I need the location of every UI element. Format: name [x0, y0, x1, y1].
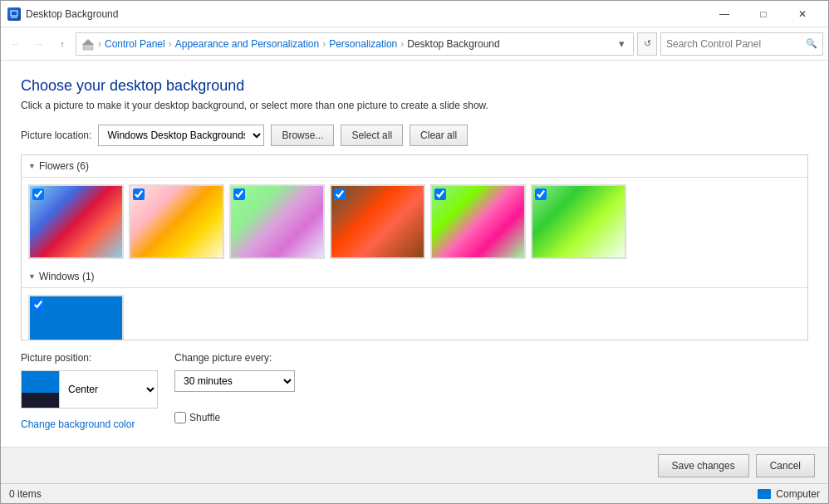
flowers-section-header: ▼ Flowers (6) — [22, 155, 807, 178]
minimize-button[interactable]: — — [705, 1, 743, 27]
main-window: Desktop Background — □ ✕ ← → ↑ › Control… — [0, 0, 829, 504]
windows-section-header: ▼ Windows (1) — [22, 266, 807, 288]
change-background-color-link[interactable]: Change background color — [21, 418, 158, 430]
flower-image-1[interactable] — [28, 184, 124, 259]
flowers-image-grid — [22, 178, 807, 266]
up-button[interactable]: ↑ — [52, 34, 72, 54]
forward-button[interactable]: → — [29, 34, 49, 54]
computer-icon — [758, 489, 771, 499]
windows-image-1[interactable] — [28, 295, 124, 340]
refresh-button[interactable]: ↺ — [637, 32, 657, 56]
items-count: 0 items — [9, 488, 42, 500]
bottom-section: Picture position: Fill Fit Stretch Tile … — [21, 352, 808, 430]
breadcrumb-dropdown-button[interactable]: ▾ — [615, 36, 628, 52]
flower-image-6[interactable] — [531, 184, 626, 259]
svg-rect-0 — [11, 11, 17, 16]
flower-checkbox-6[interactable] — [535, 188, 547, 200]
picture-location-label: Picture location: — [21, 130, 91, 141]
change-interval-select[interactable]: 10 seconds 30 seconds 1 minute 2 minutes… — [174, 370, 295, 392]
computer-label: Computer — [776, 488, 820, 500]
window-title: Desktop Background — [26, 8, 705, 20]
windows-section-title: Windows (1) — [39, 271, 95, 282]
statusbar-right: Computer — [758, 488, 820, 500]
search-icon: 🔍 — [806, 38, 817, 49]
picture-position-label: Picture position: — [21, 352, 158, 364]
close-button[interactable]: ✕ — [783, 1, 822, 27]
flower-checkbox-2[interactable] — [133, 188, 145, 200]
windows-collapse-icon[interactable]: ▼ — [28, 272, 36, 281]
content-area: Choose your desktop background Click a p… — [1, 61, 828, 447]
flower-image-4[interactable] — [330, 184, 425, 259]
address-bar: ← → ↑ › Control Panel › Appearance and P… — [1, 27, 828, 61]
picture-location-select[interactable]: Windows Desktop Backgrounds — [98, 125, 264, 146]
footer: Save changes Cancel — [1, 447, 828, 483]
save-changes-button[interactable]: Save changes — [658, 454, 749, 477]
select-all-button[interactable]: Select all — [341, 125, 403, 146]
maximize-button[interactable]: □ — [744, 1, 782, 27]
picture-location-row: Picture location: Windows Desktop Backgr… — [21, 125, 808, 146]
flower-image-3[interactable] — [229, 184, 325, 259]
breadcrumb-control-panel[interactable]: Control Panel — [105, 38, 165, 50]
breadcrumb-personalization[interactable]: Personalization — [329, 38, 397, 50]
page-subtitle: Click a picture to make it your desktop … — [21, 100, 808, 111]
windows-checkbox-1[interactable] — [32, 299, 44, 311]
picture-position-group: Picture position: Fill Fit Stretch Tile … — [21, 352, 158, 430]
picture-position-control: Fill Fit Stretch Tile Center Span — [21, 370, 158, 409]
search-box: 🔍 — [660, 32, 823, 56]
svg-rect-2 — [83, 44, 93, 50]
shuffle-checkbox[interactable] — [174, 412, 186, 423]
window-controls: — □ ✕ — [705, 1, 822, 27]
flower-checkbox-1[interactable] — [32, 188, 44, 200]
breadcrumb-current: Desktop Background — [407, 38, 499, 50]
home-icon — [81, 37, 95, 51]
flowers-collapse-icon[interactable]: ▼ — [28, 162, 36, 170]
app-icon — [7, 7, 21, 21]
flowers-section-title: Flowers (6) — [39, 160, 89, 172]
clear-all-button[interactable]: Clear all — [410, 125, 468, 146]
titlebar: Desktop Background — □ ✕ — [1, 1, 828, 27]
breadcrumb-appearance[interactable]: Appearance and Personalization — [175, 38, 319, 50]
back-button[interactable]: ← — [6, 34, 26, 54]
shuffle-group: Shuffle — [174, 412, 295, 423]
picture-position-select[interactable]: Fill Fit Stretch Tile Center Span — [60, 371, 157, 408]
flower-checkbox-5[interactable] — [434, 188, 446, 200]
shuffle-label: Shuffle — [189, 412, 220, 423]
flower-image-2[interactable] — [129, 184, 224, 259]
image-grid-container[interactable]: ▼ Flowers (6) — [21, 154, 808, 340]
flower-checkbox-3[interactable] — [233, 188, 245, 200]
page-title: Choose your desktop background — [21, 77, 808, 95]
flower-checkbox-4[interactable] — [334, 188, 346, 200]
change-interval-group: Change picture every: 10 seconds 30 seco… — [174, 352, 295, 423]
breadcrumb: › Control Panel › Appearance and Persona… — [76, 32, 634, 56]
position-preview — [22, 371, 60, 408]
flower-image-5[interactable] — [430, 184, 526, 259]
windows-image-grid — [22, 288, 807, 340]
cancel-button[interactable]: Cancel — [756, 454, 815, 477]
change-interval-label: Change picture every: — [174, 352, 295, 364]
search-input[interactable] — [666, 38, 806, 50]
browse-button[interactable]: Browse... — [271, 125, 334, 146]
status-bar: 0 items Computer — [1, 483, 828, 503]
svg-marker-3 — [82, 39, 94, 45]
